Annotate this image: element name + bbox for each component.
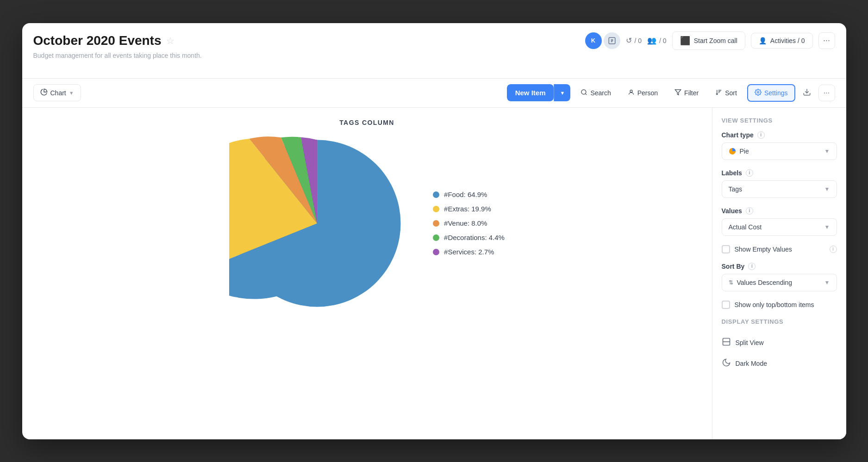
show-top-row: Show only top/bottom items — [722, 301, 837, 309]
settings-panel: View Settings Chart type i Pie ▼ — [712, 108, 846, 439]
toolbar-left: Chart ▼ — [33, 84, 81, 101]
svg-point-2 — [630, 90, 632, 92]
main-content: TAGS COLUMN — [22, 108, 846, 439]
new-item-dropdown-button[interactable]: ▼ — [554, 84, 570, 101]
legend-dot-services — [433, 249, 439, 255]
activities-button[interactable]: 👤 Activities / 0 — [751, 33, 813, 49]
toolbar-right: New Item ▼ Search — [507, 84, 835, 102]
dark-mode-option[interactable]: Dark Mode — [722, 353, 837, 374]
zoom-call-button[interactable]: ⬛ Start Zoom call — [672, 31, 745, 50]
new-item-arrow-icon: ▼ — [560, 90, 565, 96]
values-label: Values i — [722, 207, 837, 215]
chart-type-select[interactable]: Pie ▼ — [722, 142, 837, 160]
sort-icon — [715, 89, 722, 97]
chart-container: #Food: 64.9% #Extras: 19.9% #Venue: 8.0%… — [229, 136, 505, 311]
chart-area: TAGS COLUMN — [22, 108, 712, 439]
chart-legend: #Food: 64.9% #Extras: 19.9% #Venue: 8.0%… — [433, 191, 505, 256]
legend-dot-venue — [433, 220, 439, 227]
person-icon — [628, 89, 635, 97]
show-empty-info-icon[interactable]: i — [830, 246, 837, 253]
chart-type-row: Chart type i Pie ▼ — [722, 131, 837, 160]
show-top-checkbox[interactable] — [722, 301, 730, 309]
pie-select-icon — [729, 148, 736, 155]
labels-info-icon[interactable]: i — [746, 169, 753, 177]
page-title: October 2020 Events — [33, 33, 162, 48]
reaction-icon: ↺ — [626, 36, 632, 45]
labels-row: Labels i Tags ▼ — [722, 169, 837, 198]
header-more-button[interactable]: ··· — [818, 32, 835, 49]
view-settings-title: View Settings — [722, 117, 837, 124]
sort-button[interactable]: Sort — [709, 85, 743, 101]
sort-by-chevron: ▼ — [824, 279, 830, 286]
new-item-group: New Item ▼ — [507, 84, 571, 101]
legend-item-food: #Food: 64.9% — [433, 191, 505, 198]
legend-item-services: #Services: 2.7% — [433, 248, 505, 256]
show-empty-checkbox[interactable] — [722, 245, 730, 253]
chart-type-label: Chart type i — [722, 131, 837, 139]
labels-label: Labels i — [722, 169, 837, 177]
split-view-option[interactable]: Split View — [722, 333, 837, 353]
legend-item-venue: #Venue: 8.0% — [433, 219, 505, 227]
new-item-button[interactable]: New Item — [507, 84, 554, 101]
chart-type-chevron: ▼ — [824, 148, 830, 154]
chart-icon — [40, 88, 48, 97]
split-view-icon — [722, 337, 731, 349]
star-icon[interactable]: ☆ — [166, 35, 175, 46]
header-top: October 2020 Events ☆ K — [33, 31, 835, 50]
svg-point-1 — [581, 89, 586, 94]
values-select[interactable]: Actual Cost ▼ — [722, 218, 837, 236]
settings-icon — [755, 89, 762, 97]
avatar[interactable]: K — [585, 32, 602, 49]
labels-select[interactable]: Tags ▼ — [722, 180, 837, 198]
sort-by-select[interactable]: ⇅ Values Descending ▼ — [722, 274, 837, 291]
show-empty-row: Show Empty Values i — [722, 245, 837, 253]
display-settings-title: Display Settings — [722, 318, 837, 325]
header: October 2020 Events ☆ K — [22, 23, 846, 79]
download-button[interactable] — [799, 84, 815, 101]
avatar-group: K — [585, 32, 620, 49]
show-top-label: Show only top/bottom items — [735, 301, 814, 308]
legend-dot-food — [433, 191, 439, 198]
legend-dot-decorations — [433, 234, 439, 241]
legend-item-decorations: #Decorations: 4.4% — [433, 234, 505, 241]
labels-chevron: ▼ — [824, 186, 830, 192]
sort-by-label: Sort By i — [722, 263, 837, 270]
values-chevron: ▼ — [824, 224, 830, 230]
show-empty-label: Show Empty Values — [735, 246, 792, 253]
pie-chart — [229, 136, 405, 311]
header-actions: K ↺ / 0 👥 / 0 — [585, 31, 835, 50]
settings-button[interactable]: Settings — [747, 84, 795, 102]
dark-mode-icon — [722, 358, 731, 370]
sort-by-row: Sort By i ⇅ Values Descending ▼ — [722, 263, 837, 291]
chart-type-info-icon[interactable]: i — [757, 131, 765, 139]
filter-icon — [674, 89, 681, 97]
chart-title: TAGS COLUMN — [339, 119, 394, 126]
values-info-icon[interactable]: i — [746, 207, 753, 215]
activities-icon: 👤 — [759, 37, 767, 44]
guests-icon: 👥 — [647, 36, 656, 45]
reactions-stat[interactable]: ↺ / 0 — [626, 36, 642, 45]
filter-button[interactable]: Filter — [668, 85, 705, 101]
legend-dot-extras — [433, 206, 439, 212]
sort-by-info-icon[interactable]: i — [748, 263, 756, 270]
person-button[interactable]: Person — [621, 85, 664, 101]
svg-point-4 — [757, 91, 759, 93]
guests-stat[interactable]: 👥 / 0 — [647, 36, 667, 45]
chart-view-button[interactable]: Chart ▼ — [33, 84, 81, 101]
legend-item-extras: #Extras: 19.9% — [433, 205, 505, 213]
download-icon — [803, 88, 811, 98]
chart-chevron-icon: ▼ — [69, 90, 74, 96]
toolbar-more-button[interactable]: ··· — [818, 85, 835, 101]
zoom-icon: ⬛ — [680, 36, 690, 46]
search-icon — [581, 89, 587, 97]
search-button[interactable]: Search — [574, 85, 617, 101]
avatar-badge — [604, 32, 620, 49]
values-row: Values i Actual Cost ▼ — [722, 207, 837, 236]
page-subtitle: Budget management for all events taking … — [33, 52, 202, 67]
svg-marker-3 — [675, 89, 681, 94]
title-row: October 2020 Events ☆ — [33, 33, 175, 48]
toolbar: Chart ▼ New Item ▼ Sear — [22, 79, 846, 108]
sort-icon-mini: ⇅ — [729, 279, 733, 286]
